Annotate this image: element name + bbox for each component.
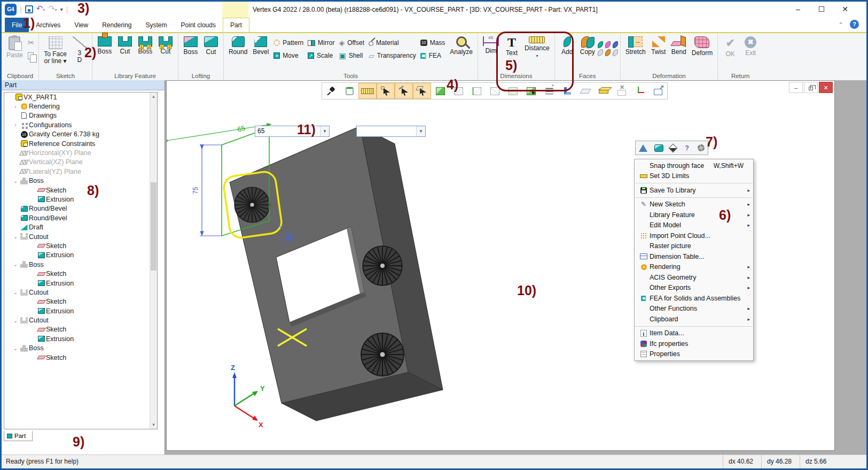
tree-item[interactable]: Round/Bevel — [4, 213, 157, 222]
scroll-up-icon[interactable]: ▴ — [150, 93, 157, 101]
expand-arrow-icon[interactable] — [12, 318, 19, 323]
menu-item[interactable]: Other Exports ▸ — [635, 283, 753, 294]
twist-button[interactable]: Twist — [648, 35, 669, 57]
maximize-button[interactable]: ☐ — [810, 2, 833, 17]
gear-icon[interactable] — [698, 144, 705, 151]
move-button[interactable]: +Move — [271, 50, 306, 61]
tree-item[interactable]: Extrusion — [4, 334, 157, 343]
stretch-button[interactable]: Stretch — [623, 35, 648, 57]
tree-item[interactable]: Sketch — [4, 325, 157, 334]
tree-item[interactable]: VX_PART1 — [4, 93, 157, 102]
expand-arrow-icon[interactable] — [12, 234, 19, 240]
menu-item[interactable]: Dimension Table... ▸ — [635, 251, 753, 262]
tree-item[interactable]: Extrusion — [4, 306, 157, 315]
library-cut-button[interactable]: Cut — [115, 35, 135, 57]
customize-quick-access-icon[interactable]: ▾ — [60, 4, 63, 15]
scroll-down-icon[interactable]: ▾ — [150, 421, 157, 429]
menu-item[interactable]: Set 3D Limits ▸ — [635, 171, 753, 182]
ribbon-tab[interactable]: Rendering — [95, 18, 138, 32]
close-button[interactable]: ✕ — [833, 2, 857, 17]
ribbon-tab[interactable]: System — [139, 18, 174, 32]
viewport-tool-button[interactable] — [322, 83, 340, 99]
menu-item[interactable]: Clipboard ▸ — [635, 314, 753, 325]
viewport-tool-button[interactable] — [504, 83, 522, 99]
face-replace-icon[interactable] — [605, 41, 611, 48]
tree-item[interactable]: Configurations — [4, 120, 157, 129]
menu-item[interactable]: FEA for Solids and Assemblies ▸ — [635, 293, 753, 304]
tree-item[interactable]: Boss — [4, 344, 157, 353]
dim-button[interactable]: 45 Dim — [480, 35, 502, 56]
menu-item[interactable]: Import Point Cloud... ▸ — [635, 230, 753, 241]
ribbon-tab[interactable]: Part — [223, 18, 249, 32]
lofting-cut-button[interactable]: Cut — [201, 35, 221, 57]
ribbon-tab[interactable]: View — [67, 18, 95, 32]
menu-item[interactable]: ▸ — [635, 326, 753, 327]
viewport-tool-button[interactable] — [522, 83, 540, 99]
help-icon[interactable]: ? — [850, 20, 859, 29]
copy-button[interactable] — [26, 50, 37, 61]
face-bend-icon[interactable] — [613, 41, 618, 48]
tree-item[interactable]: Sketch — [4, 269, 157, 278]
sketch-3d-button[interactable]: 3D — [69, 35, 90, 65]
library-boss-button[interactable]: Boss — [95, 35, 115, 57]
viewport-tool-button[interactable] — [449, 83, 467, 99]
collapse-ribbon-icon[interactable]: ⌃ — [837, 21, 844, 28]
round-button[interactable]: Round — [226, 35, 250, 57]
wizard-icon[interactable] — [683, 144, 691, 152]
document-close-button[interactable]: ✕ — [819, 82, 833, 93]
menu-item[interactable]: Rendering ▸ — [635, 262, 753, 273]
menu-item[interactable]: Raster picture ▸ — [635, 241, 753, 252]
analysis-icon[interactable] — [639, 144, 647, 152]
tree-item[interactable]: Drawings — [4, 111, 157, 120]
viewport-3d[interactable]: – ✕ — [166, 80, 835, 451]
menu-item[interactable]: Save To Library ▸ — [635, 185, 753, 196]
tree-item[interactable]: Extrusion — [4, 251, 157, 260]
chevron-down-icon[interactable]: ▼ — [320, 126, 329, 136]
tree-scrollbar[interactable]: ▴ ▾ — [150, 93, 157, 429]
chevron-down-icon[interactable]: ▼ — [416, 126, 425, 136]
library-cut-numbered-button[interactable]: 1 2 Cut — [155, 35, 176, 57]
viewport-tool-button[interactable] — [431, 83, 449, 99]
text-button[interactable]: T Text — [502, 35, 522, 58]
face-extend-icon[interactable] — [605, 49, 611, 56]
mass-button[interactable]: 10Mass — [418, 37, 448, 49]
save-icon[interactable] — [25, 5, 33, 13]
face-copy-button[interactable]: Copy — [577, 35, 598, 57]
viewport-tool-button[interactable] — [631, 83, 649, 99]
tree-item[interactable]: Sketch — [4, 297, 157, 306]
pattern-button[interactable]: Pattern — [271, 37, 306, 49]
expand-arrow-icon[interactable] — [12, 289, 19, 295]
tree-item[interactable]: Cutout — [4, 232, 157, 241]
dimension-value-combobox[interactable]: 65 ▼ — [255, 126, 330, 137]
tree-item[interactable]: Extrusion — [4, 195, 157, 204]
viewport-tool-button[interactable] — [595, 83, 613, 99]
menu-item[interactable]: ▸ — [635, 183, 753, 183]
tree-item[interactable]: Boss — [4, 260, 157, 269]
scale-button[interactable]: ↗Scale — [306, 50, 337, 61]
exit-button[interactable]: ✖ Exit — [740, 35, 761, 58]
eraser-icon[interactable] — [669, 143, 678, 152]
minimize-button[interactable]: – — [786, 2, 810, 17]
bend-button[interactable]: Bend — [669, 35, 689, 57]
lofting-boss-button[interactable]: Boss — [181, 35, 201, 57]
document-restore-button[interactable] — [804, 82, 818, 93]
ribbon-tab[interactable]: File — [5, 18, 29, 32]
viewport-tool-button[interactable] — [413, 83, 431, 99]
tree-item[interactable]: Rendering — [4, 102, 157, 111]
mirror-button[interactable]: Mirror — [306, 37, 337, 49]
viewport-tool-button[interactable] — [558, 83, 576, 99]
tree-item[interactable]: Sketch — [4, 353, 157, 362]
viewport-tool-button[interactable] — [486, 83, 504, 99]
tree-item[interactable]: Cutout — [4, 315, 157, 325]
offset-button[interactable]: ◈Offset — [337, 37, 366, 49]
expand-arrow-icon[interactable] — [12, 104, 19, 110]
tree-item[interactable]: Gravity Center 6.738 kg — [4, 130, 157, 139]
menu-item[interactable]: New Sketch ▸ — [635, 199, 753, 210]
distance-button[interactable]: Distance ▾ — [522, 35, 552, 60]
menu-item[interactable]: Ifc properties ▸ — [635, 338, 753, 349]
shell-button[interactable]: ▣Shell — [337, 50, 366, 61]
menu-item[interactable]: Snap through face W,Shift+W ▸ — [635, 160, 753, 171]
document-minimize-button[interactable]: – — [789, 82, 803, 93]
cut-button[interactable]: ✂ — [26, 37, 37, 49]
viewport-tool-button[interactable] — [340, 83, 358, 99]
